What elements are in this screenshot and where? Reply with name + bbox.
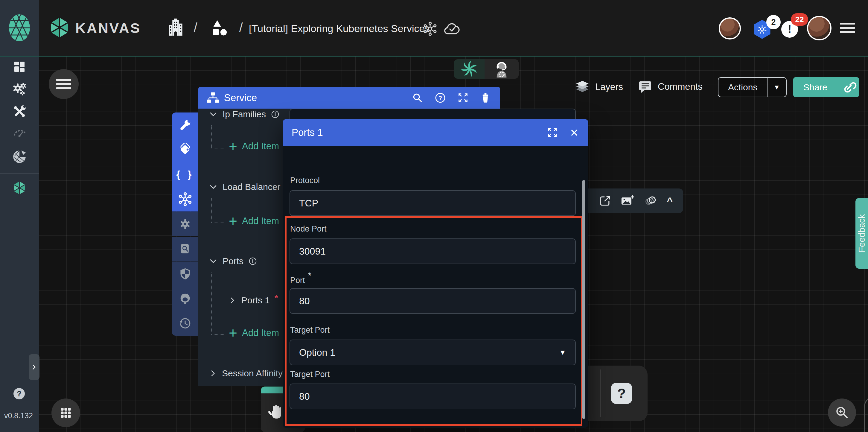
ai-assistant-button[interactable] xyxy=(454,59,485,79)
sidebar-help-button[interactable]: ? xyxy=(13,388,25,399)
spiral-icon xyxy=(461,61,478,78)
trash-icon[interactable] xyxy=(480,92,491,104)
hub-icon xyxy=(422,21,438,36)
breadcrumb-separator: / xyxy=(194,20,197,35)
mosaic-pie-icon xyxy=(12,149,27,164)
collaborator-toolbar xyxy=(454,59,519,79)
settings-tool-button[interactable] xyxy=(172,212,198,236)
info-icon[interactable] xyxy=(271,110,280,119)
add-image-icon[interactable] xyxy=(620,194,635,207)
caret-down-icon[interactable]: ▼ xyxy=(768,84,786,91)
user-avatar[interactable] xyxy=(807,16,832,40)
k8s-count-badge[interactable]: 2 xyxy=(766,15,781,29)
label-tool-button[interactable] xyxy=(172,137,198,162)
service-panel-header[interactable]: Service ? xyxy=(198,87,500,109)
k8s-wheel-icon xyxy=(756,23,768,35)
sidebar-item-kanvas[interactable] xyxy=(12,180,27,196)
cloud-check-icon xyxy=(443,21,462,36)
sidebar-item-meshery[interactable] xyxy=(12,149,27,164)
actions-button[interactable]: Actions ▼ xyxy=(718,77,787,97)
question-mark: ? xyxy=(617,385,626,401)
zoom-button[interactable] xyxy=(828,399,856,427)
gears-icon xyxy=(12,81,27,97)
policy-tool-button[interactable] xyxy=(172,261,198,286)
section-ports[interactable]: Ports xyxy=(209,256,257,266)
info-icon[interactable] xyxy=(248,257,257,266)
add-item-ip-families[interactable]: + Add Item xyxy=(229,141,279,152)
doc-search-icon xyxy=(179,242,192,255)
close-icon[interactable]: × xyxy=(570,126,578,140)
sidebar-item-performance[interactable] xyxy=(12,125,27,138)
row-ports-1[interactable]: Ports 1 * xyxy=(228,295,292,305)
exclamation-icon: ! xyxy=(788,23,792,36)
zoom-in-icon xyxy=(835,405,849,420)
svg-text:?: ? xyxy=(438,95,442,101)
sidebar-expand-button[interactable] xyxy=(29,354,39,380)
search-icon[interactable] xyxy=(411,92,424,104)
motion-preview-icon[interactable] xyxy=(644,194,658,207)
organization-icon[interactable] xyxy=(167,19,184,37)
grid-dots-icon xyxy=(59,406,72,420)
tree-connector xyxy=(212,335,224,335)
plus-icon: + xyxy=(229,142,237,151)
sidebar-item-toolkit[interactable] xyxy=(12,104,27,119)
hub-icon xyxy=(178,192,192,207)
configure-tool-button[interactable] xyxy=(172,113,198,137)
add-item-load-balancer[interactable]: + Add Item xyxy=(229,216,279,226)
feedback-tab[interactable]: Feedback xyxy=(856,198,868,269)
tools-icon xyxy=(12,104,27,119)
shield-icon xyxy=(179,267,192,280)
collapse-toolbar-button[interactable]: ^ xyxy=(667,196,673,206)
relationships-tool-button[interactable] xyxy=(172,187,198,212)
ports-dialog-header[interactable]: Ports 1 × xyxy=(283,119,588,146)
port-input[interactable] xyxy=(289,288,576,314)
external-link-icon[interactable] xyxy=(598,194,612,207)
history-tool-button[interactable] xyxy=(172,311,198,336)
sidebar-item-dashboard[interactable] xyxy=(12,60,27,74)
link-icon[interactable] xyxy=(839,81,859,93)
target-port-label: Target Port xyxy=(290,370,330,379)
layers-button[interactable]: Layers xyxy=(575,80,623,95)
org-logo-button[interactable] xyxy=(0,0,39,56)
cloud-save-status[interactable] xyxy=(443,21,462,36)
target-port-select-label: Target Port xyxy=(290,326,330,335)
divider xyxy=(0,199,39,199)
expand-icon[interactable] xyxy=(457,92,469,104)
brand-name: KANVAS xyxy=(75,20,141,36)
share-button[interactable]: Share xyxy=(793,77,859,97)
target-port-select[interactable]: Option 1 ▼ xyxy=(289,340,576,365)
canvas-menu-button[interactable] xyxy=(49,69,79,99)
target-port-input[interactable] xyxy=(289,383,576,409)
expand-icon[interactable] xyxy=(547,127,558,138)
help-icon[interactable]: ? xyxy=(434,92,446,104)
github-icon xyxy=(178,292,192,305)
sitemap-icon xyxy=(206,91,220,105)
github-tool-button[interactable] xyxy=(172,286,198,311)
comments-button[interactable]: Comments xyxy=(638,80,703,94)
inspect-tool-button[interactable] xyxy=(172,237,198,261)
add-item-ports[interactable]: + Add Item xyxy=(229,328,279,338)
kanvas-logo[interactable] xyxy=(48,15,71,40)
plus-icon: + xyxy=(229,329,237,337)
help-question-button[interactable]: ? xyxy=(611,383,632,404)
shapes-icon xyxy=(211,19,229,37)
caret-down-icon: ▼ xyxy=(559,348,566,357)
building-icon xyxy=(167,19,184,37)
sidebar-item-lifecycle[interactable] xyxy=(12,81,27,97)
design-relationships-icon[interactable] xyxy=(422,21,438,36)
layers-icon xyxy=(575,80,590,95)
workspace-icon[interactable] xyxy=(211,19,229,37)
section-ip-families[interactable]: Ip Families xyxy=(209,109,280,119)
shapes-dock-button[interactable] xyxy=(52,399,80,427)
protocol-input[interactable] xyxy=(289,190,576,216)
header-menu-button[interactable] xyxy=(840,20,855,35)
node-port-input[interactable] xyxy=(289,239,576,264)
canvas-mini-toolbar: ^ xyxy=(588,188,683,213)
json-tool-button[interactable]: { } xyxy=(172,162,198,187)
hand-icon xyxy=(268,404,285,420)
design-title[interactable]: [Tutorial] Exploring Kubernetes Services xyxy=(249,23,430,34)
gauge-icon xyxy=(12,125,27,138)
dialog-scrollbar[interactable] xyxy=(582,180,585,419)
collaborator-avatar[interactable] xyxy=(719,17,741,39)
support-agent-button[interactable] xyxy=(485,59,519,79)
